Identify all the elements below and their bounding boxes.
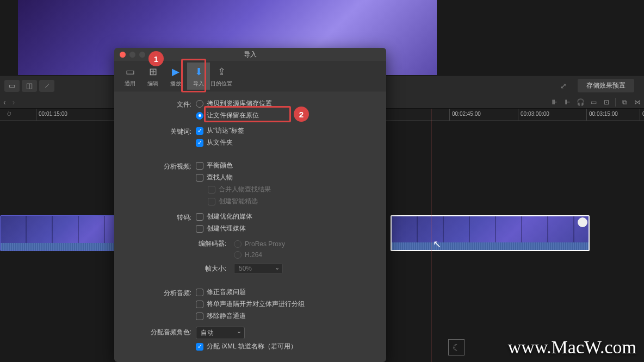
label-codec: 编解码器: <box>196 239 231 248</box>
opt-silent-label: 移除静音通道 <box>207 311 246 321</box>
tool-crop-icon[interactable]: ▭ <box>4 80 20 92</box>
radio-h264 <box>234 251 242 259</box>
prefs-tab-编辑[interactable]: ⊞编辑 <box>141 63 164 90</box>
tl-icon-1[interactable]: ⊪ <box>548 97 561 108</box>
opt-fix-label: 修正音频问题 <box>207 288 246 297</box>
tl-icon-2[interactable]: ⊩ <box>561 97 574 108</box>
prefs-tab-通用[interactable]: ▭通用 <box>119 63 141 90</box>
ruler-tick: 00:02:45:00 <box>449 109 481 121</box>
label-keywords: 关键词: <box>114 126 196 136</box>
opt-ixml-label: 分配 iXML 轨道名称（若可用） <box>207 342 297 351</box>
opt-merge-label: 合并人物查找结果 <box>219 185 271 194</box>
snap-icon[interactable]: ▭ <box>587 97 600 108</box>
label-assign-role: 分配音频角色: <box>114 327 196 337</box>
select-role[interactable]: 自动 <box>196 327 245 339</box>
radio-prores <box>234 240 242 248</box>
prefs-tab-目的位置[interactable]: ⇪目的位置 <box>210 63 233 90</box>
opt-folder-label: 从文件夹 <box>207 138 233 147</box>
label-framesize: 帧大小: <box>196 264 231 273</box>
chk-balance[interactable] <box>196 162 203 170</box>
opt-balance-label: 平衡颜色 <box>207 161 233 170</box>
import-preferences-window: 导入 ▭通用⊞编辑▶播放⬇导入⇪目的位置 文件: 拷贝到资源库储存位置 让文件保… <box>114 48 386 362</box>
label-file: 文件: <box>114 99 196 109</box>
prefs-tab-播放[interactable]: ▶播放 <box>164 63 187 90</box>
chk-proxy[interactable] <box>196 225 203 233</box>
chk-remove-silent[interactable] <box>196 313 203 320</box>
chk-split[interactable] <box>196 301 203 308</box>
chk-merge <box>208 186 215 194</box>
opt-optimized-label: 创建优化的媒体 <box>207 212 252 221</box>
ruler-tick: 00:03:00:00 <box>518 109 549 121</box>
extend-icon[interactable]: ⧉ <box>618 97 631 108</box>
save-effect-preset-button[interactable]: 存储效果预置 <box>578 79 634 92</box>
chk-finder[interactable]: ✓ <box>196 127 203 135</box>
opt-proxy-label: 创建代理媒体 <box>207 224 246 233</box>
radio-keep[interactable] <box>196 112 203 120</box>
codec-h264: H.264 <box>245 251 262 259</box>
ruler-tick: 00:03 <box>640 109 644 121</box>
watermark-logo: ☾ <box>448 339 465 355</box>
callout-badge-1: 1 <box>148 51 164 66</box>
opt-copy-label: 拷贝到资源库储存位置 <box>207 99 272 108</box>
ruler-tick: 00:03:15:00 <box>586 109 618 121</box>
chk-optimized[interactable] <box>196 213 203 221</box>
watermark-text: www.MacW.com <box>508 337 636 358</box>
chk-fix-audio[interactable] <box>196 289 203 296</box>
prefs-tab-导入[interactable]: ⬇导入 <box>187 63 210 90</box>
opt-keep-label: 让文件保留在原位 <box>207 111 259 120</box>
loop-icon[interactable]: ⋈ <box>631 97 644 108</box>
opt-finder-label: 从"访达"标签 <box>207 126 244 135</box>
clip-b-selected[interactable] <box>391 215 590 251</box>
label-transcode: 转码: <box>114 212 196 222</box>
label-analyze-audio: 分析音频: <box>114 288 196 298</box>
label-analyze-video: 分析视频: <box>114 161 196 171</box>
headphones-icon[interactable]: 🎧 <box>574 97 587 108</box>
radio-copy[interactable] <box>196 100 203 108</box>
chk-ixml[interactable]: ✓ <box>196 343 203 351</box>
tool-ken-icon[interactable]: ◫ <box>22 80 37 92</box>
expand-icon[interactable]: ⤢ <box>560 82 567 90</box>
tool-color-icon[interactable]: ⟋ <box>39 80 54 92</box>
codec-prores: ProRes Proxy <box>245 240 285 248</box>
nav-fwd[interactable]: › <box>9 98 18 107</box>
playhead[interactable] <box>431 109 431 362</box>
select-framesize: 50% <box>234 263 283 274</box>
chk-people[interactable] <box>196 174 203 182</box>
chk-smart <box>208 198 215 205</box>
opt-smart-label: 创建智能精选 <box>219 197 258 206</box>
nav-back[interactable]: ‹ <box>0 98 9 107</box>
chk-folder[interactable]: ✓ <box>196 139 203 147</box>
skimming-icon[interactable]: ⊡ <box>600 97 613 108</box>
ruler-tick: 00:01:15:00 <box>36 109 67 121</box>
opt-split-label: 将单声道隔开并对立体声进行分组 <box>207 299 305 309</box>
callout-badge-2: 2 <box>294 107 309 122</box>
opt-people-label: 查找人物 <box>207 173 233 182</box>
